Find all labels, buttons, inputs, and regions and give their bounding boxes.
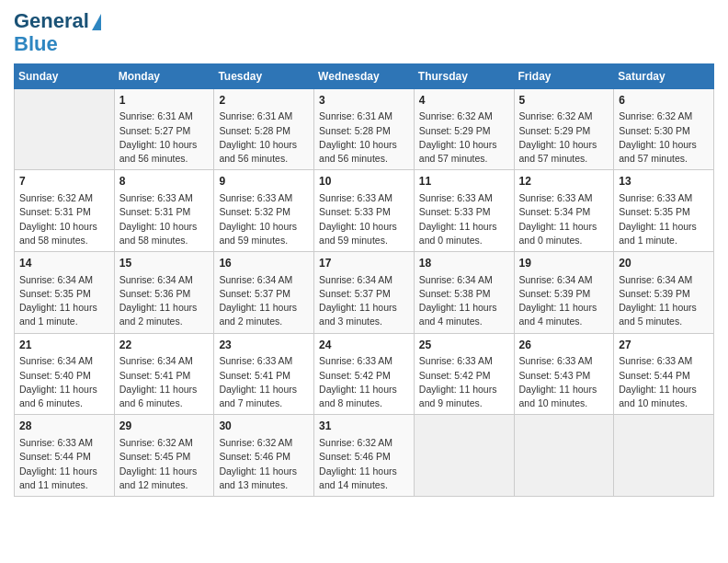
calendar-cell: 11Sunrise: 6:33 AM Sunset: 5:33 PM Dayli…	[414, 170, 514, 252]
day-number: 30	[219, 419, 309, 434]
logo: General Blue	[14, 9, 101, 56]
day-info: Sunrise: 6:33 AM Sunset: 5:44 PM Dayligh…	[19, 436, 109, 492]
calendar-cell: 2Sunrise: 6:31 AM Sunset: 5:28 PM Daylig…	[214, 88, 314, 170]
day-number: 5	[519, 93, 609, 109]
day-of-week-header: Tuesday	[214, 63, 314, 88]
day-number: 26	[519, 338, 609, 353]
day-of-week-header: Sunday	[15, 63, 115, 88]
calendar-week: 1Sunrise: 6:31 AM Sunset: 5:27 PM Daylig…	[15, 88, 714, 170]
day-info: Sunrise: 6:34 AM Sunset: 5:41 PM Dayligh…	[119, 354, 210, 410]
day-of-week-header: Wednesday	[314, 63, 415, 88]
day-number: 4	[419, 93, 509, 109]
day-number: 11	[419, 174, 509, 190]
day-number: 21	[19, 338, 109, 353]
day-number: 17	[319, 256, 409, 271]
day-info: Sunrise: 6:33 AM Sunset: 5:42 PM Dayligh…	[319, 354, 409, 410]
calendar-cell: 30Sunrise: 6:32 AM Sunset: 5:46 PM Dayli…	[214, 415, 314, 497]
calendar-header: SundayMondayTuesdayWednesdayThursdayFrid…	[15, 63, 714, 88]
calendar-cell	[414, 415, 514, 497]
day-info: Sunrise: 6:34 AM Sunset: 5:39 PM Dayligh…	[519, 273, 609, 329]
day-number: 6	[619, 93, 709, 109]
day-info: Sunrise: 6:32 AM Sunset: 5:46 PM Dayligh…	[319, 436, 409, 492]
calendar-cell: 25Sunrise: 6:33 AM Sunset: 5:42 PM Dayli…	[414, 333, 514, 415]
calendar-table: SundayMondayTuesdayWednesdayThursdayFrid…	[14, 63, 714, 497]
day-number: 24	[319, 338, 409, 353]
calendar-cell: 22Sunrise: 6:34 AM Sunset: 5:41 PM Dayli…	[114, 333, 214, 415]
calendar-cell: 20Sunrise: 6:34 AM Sunset: 5:39 PM Dayli…	[614, 251, 714, 333]
calendar-cell: 18Sunrise: 6:34 AM Sunset: 5:38 PM Dayli…	[414, 251, 514, 333]
day-number: 27	[619, 338, 709, 353]
day-info: Sunrise: 6:33 AM Sunset: 5:43 PM Dayligh…	[519, 354, 609, 410]
calendar-cell	[514, 415, 614, 497]
calendar-cell: 31Sunrise: 6:32 AM Sunset: 5:46 PM Dayli…	[314, 415, 415, 497]
day-number: 14	[19, 256, 109, 271]
day-number: 2	[219, 93, 309, 109]
day-number: 29	[119, 419, 210, 434]
calendar-cell	[614, 415, 714, 497]
day-info: Sunrise: 6:31 AM Sunset: 5:27 PM Dayligh…	[119, 109, 210, 166]
calendar-cell: 4Sunrise: 6:32 AM Sunset: 5:29 PM Daylig…	[414, 88, 514, 170]
calendar-cell: 14Sunrise: 6:34 AM Sunset: 5:35 PM Dayli…	[15, 251, 115, 333]
day-info: Sunrise: 6:33 AM Sunset: 5:32 PM Dayligh…	[219, 191, 309, 247]
day-number: 13	[619, 174, 709, 190]
day-info: Sunrise: 6:31 AM Sunset: 5:28 PM Dayligh…	[319, 109, 409, 166]
day-info: Sunrise: 6:34 AM Sunset: 5:37 PM Dayligh…	[219, 273, 309, 329]
day-info: Sunrise: 6:32 AM Sunset: 5:29 PM Dayligh…	[419, 109, 509, 166]
day-number: 16	[219, 256, 309, 271]
calendar-cell: 6Sunrise: 6:32 AM Sunset: 5:30 PM Daylig…	[614, 88, 714, 170]
day-number: 18	[419, 256, 509, 271]
day-number: 19	[519, 256, 609, 271]
day-info: Sunrise: 6:33 AM Sunset: 5:35 PM Dayligh…	[619, 191, 709, 247]
calendar-cell: 29Sunrise: 6:32 AM Sunset: 5:45 PM Dayli…	[114, 415, 214, 497]
calendar-cell: 16Sunrise: 6:34 AM Sunset: 5:37 PM Dayli…	[214, 251, 314, 333]
calendar-cell: 7Sunrise: 6:32 AM Sunset: 5:31 PM Daylig…	[15, 170, 115, 252]
day-info: Sunrise: 6:33 AM Sunset: 5:31 PM Dayligh…	[119, 191, 210, 247]
page-header: General Blue	[14, 9, 714, 56]
calendar-cell: 19Sunrise: 6:34 AM Sunset: 5:39 PM Dayli…	[514, 251, 614, 333]
day-info: Sunrise: 6:34 AM Sunset: 5:36 PM Dayligh…	[119, 273, 210, 329]
day-info: Sunrise: 6:33 AM Sunset: 5:41 PM Dayligh…	[219, 354, 309, 410]
calendar-cell: 8Sunrise: 6:33 AM Sunset: 5:31 PM Daylig…	[114, 170, 214, 252]
day-number: 10	[319, 174, 409, 190]
day-number: 31	[319, 419, 409, 434]
calendar-cell: 9Sunrise: 6:33 AM Sunset: 5:32 PM Daylig…	[214, 170, 314, 252]
calendar-cell: 10Sunrise: 6:33 AM Sunset: 5:33 PM Dayli…	[314, 170, 415, 252]
day-number: 22	[119, 338, 210, 353]
logo-text: General Blue	[14, 9, 101, 56]
calendar-cell	[15, 88, 115, 170]
day-info: Sunrise: 6:31 AM Sunset: 5:28 PM Dayligh…	[219, 109, 309, 166]
day-number: 7	[19, 174, 109, 190]
calendar-cell: 1Sunrise: 6:31 AM Sunset: 5:27 PM Daylig…	[114, 88, 214, 170]
day-info: Sunrise: 6:32 AM Sunset: 5:31 PM Dayligh…	[19, 191, 109, 247]
calendar-cell: 26Sunrise: 6:33 AM Sunset: 5:43 PM Dayli…	[514, 333, 614, 415]
calendar-cell: 27Sunrise: 6:33 AM Sunset: 5:44 PM Dayli…	[614, 333, 714, 415]
calendar-week: 21Sunrise: 6:34 AM Sunset: 5:40 PM Dayli…	[15, 333, 714, 415]
day-info: Sunrise: 6:33 AM Sunset: 5:33 PM Dayligh…	[419, 191, 509, 247]
day-info: Sunrise: 6:32 AM Sunset: 5:45 PM Dayligh…	[119, 436, 210, 492]
day-info: Sunrise: 6:32 AM Sunset: 5:30 PM Dayligh…	[619, 109, 709, 166]
calendar-cell: 17Sunrise: 6:34 AM Sunset: 5:37 PM Dayli…	[314, 251, 415, 333]
day-info: Sunrise: 6:34 AM Sunset: 5:39 PM Dayligh…	[619, 273, 709, 329]
day-number: 1	[119, 93, 210, 109]
day-info: Sunrise: 6:33 AM Sunset: 5:44 PM Dayligh…	[619, 354, 709, 410]
day-of-week-header: Monday	[114, 63, 214, 88]
day-number: 3	[319, 93, 409, 109]
day-of-week-header: Thursday	[414, 63, 514, 88]
day-of-week-header: Saturday	[614, 63, 714, 88]
calendar-cell: 23Sunrise: 6:33 AM Sunset: 5:41 PM Dayli…	[214, 333, 314, 415]
day-number: 25	[419, 338, 509, 353]
calendar-cell: 13Sunrise: 6:33 AM Sunset: 5:35 PM Dayli…	[614, 170, 714, 252]
calendar-cell: 28Sunrise: 6:33 AM Sunset: 5:44 PM Dayli…	[15, 415, 115, 497]
calendar-cell: 15Sunrise: 6:34 AM Sunset: 5:36 PM Dayli…	[114, 251, 214, 333]
day-info: Sunrise: 6:34 AM Sunset: 5:35 PM Dayligh…	[19, 273, 109, 329]
day-info: Sunrise: 6:33 AM Sunset: 5:34 PM Dayligh…	[519, 191, 609, 247]
day-number: 12	[519, 174, 609, 190]
day-of-week-header: Friday	[514, 63, 614, 88]
calendar-cell: 21Sunrise: 6:34 AM Sunset: 5:40 PM Dayli…	[15, 333, 115, 415]
day-info: Sunrise: 6:34 AM Sunset: 5:37 PM Dayligh…	[319, 273, 409, 329]
day-info: Sunrise: 6:33 AM Sunset: 5:42 PM Dayligh…	[419, 354, 509, 410]
day-number: 28	[19, 419, 109, 434]
day-info: Sunrise: 6:32 AM Sunset: 5:29 PM Dayligh…	[519, 109, 609, 166]
calendar-cell: 24Sunrise: 6:33 AM Sunset: 5:42 PM Dayli…	[314, 333, 415, 415]
day-number: 23	[219, 338, 309, 353]
